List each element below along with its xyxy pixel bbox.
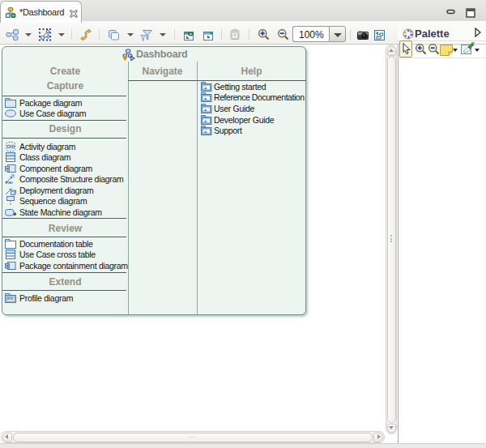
svg-text:«»: «» — [7, 296, 14, 301]
